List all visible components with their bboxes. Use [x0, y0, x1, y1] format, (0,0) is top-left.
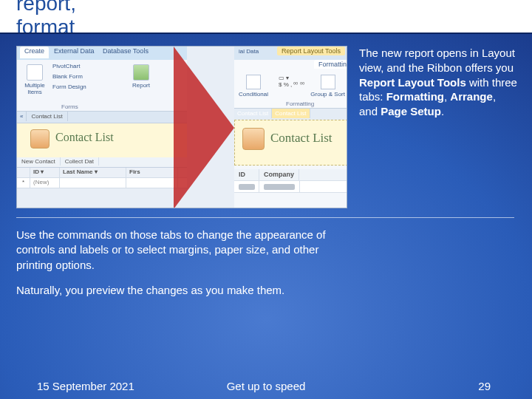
red-arrow — [174, 47, 234, 208]
btn-design: Form Design — [52, 83, 92, 90]
grid-right: IDCompany — [234, 169, 347, 193]
slide-title: Create a report, format a report — [0, 0, 532, 33]
ribbon-group-forms: Forms — [61, 103, 78, 110]
divider — [16, 217, 514, 218]
ribbon-tab-external: External Data — [50, 47, 99, 58]
grid-left: ID ▾Last Name ▾Firs *(New) — [17, 168, 187, 188]
title-underline — [0, 33, 532, 34]
number-format: ▭ ▾$ % , ⁰⁰ ⁰⁰ — [279, 75, 304, 88]
form-toolbar-left: New ContactCollect Dat — [17, 157, 187, 168]
doc-tabs-right: Contact ListContact List — [234, 109, 347, 120]
ribbon-tab-dbtools: Database Tools — [98, 47, 153, 58]
avatar-icon — [30, 129, 50, 149]
btn-pivot: PivotChart — [52, 63, 92, 69]
btn-conditional: Conditional — [239, 75, 268, 98]
btn-multiple-items: Multiple Items — [21, 64, 48, 95]
body-text-lower: Use the commands on those tabs to change… — [16, 228, 327, 308]
doc-tabs-left: «Contact List — [17, 112, 187, 123]
footer-title: Get up to speed — [0, 380, 532, 392]
form-header-left: Contact List — [17, 123, 187, 157]
context-tab-label: Report Layout Tools — [277, 47, 345, 55]
avatar-icon — [242, 128, 265, 150]
ribbon-tab-formatting: Formatting — [314, 60, 347, 69]
body-text-right: The new report opens in Layout view, and… — [359, 46, 517, 119]
right-mock: ial Data Report Layout Tools Formatting … — [234, 47, 347, 208]
btn-group-sort: Group & Sort — [310, 75, 345, 98]
btn-blank: Blank Form — [52, 73, 92, 80]
report-header-right: Contact List — [234, 120, 347, 166]
ribbon-tab-create: Create — [20, 47, 49, 58]
screenshot-illustration: Create External Data Database Tools Mult… — [16, 46, 347, 208]
footer-page: 29 — [478, 380, 491, 392]
btn-report: Report — [128, 64, 154, 89]
